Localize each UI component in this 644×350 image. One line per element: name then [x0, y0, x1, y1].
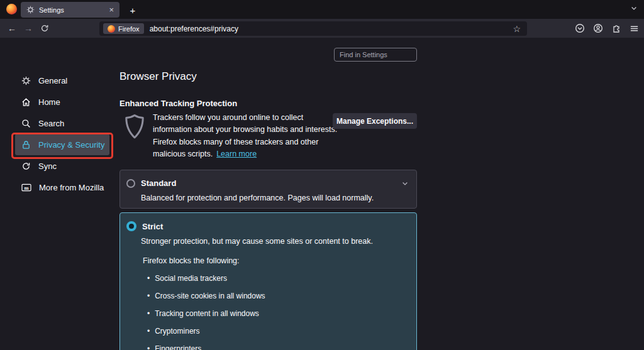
sidebar-item-privacy-security[interactable]: Privacy & Security: [15, 134, 109, 155]
blocked-items-list: Social media trackers Cross-site cookies…: [147, 274, 416, 350]
blocked-item: Cross-site cookies in all windows: [147, 292, 416, 300]
shield-icon: [125, 114, 145, 139]
sidebar-item-label: Home: [38, 97, 60, 107]
new-tab-button[interactable]: +: [125, 3, 140, 18]
standard-description: Balanced for protection and performance.…: [141, 194, 416, 202]
sync-icon: [21, 161, 31, 171]
lock-icon: [21, 140, 31, 150]
account-icon[interactable]: [593, 23, 603, 33]
firefox-window: { "window": { "tab_title": "Settings", "…: [0, 0, 644, 350]
page-title: Browser Privacy: [119, 70, 417, 83]
settings-sidebar: General Home Search Privacy & Security S…: [15, 70, 109, 198]
url-text[interactable]: about:preferences#privacy: [150, 25, 513, 33]
standard-radio-button[interactable]: [126, 179, 135, 188]
chevron-down-icon: [630, 4, 638, 12]
list-all-tabs-button[interactable]: [630, 4, 638, 12]
tab-strip: Settings × +: [0, 0, 644, 19]
back-button[interactable]: ←: [4, 21, 20, 36]
tab-title: Settings: [39, 6, 104, 14]
forward-button[interactable]: →: [20, 21, 36, 36]
sidebar-item-more-from-mozilla[interactable]: m More from Mozilla: [15, 177, 109, 198]
magnifier-icon: [21, 119, 31, 128]
firefox-logo-icon: [6, 4, 17, 14]
sidebar-item-label: Search: [38, 119, 64, 128]
sidebar-item-sync[interactable]: Sync: [15, 155, 109, 177]
find-in-settings-input[interactable]: [334, 48, 417, 62]
mozilla-m-icon: m: [21, 183, 31, 192]
blocked-item: Fingerprinters: [147, 344, 416, 350]
blocked-item: Cryptominers: [147, 327, 416, 336]
etp-description: Trackers follow you around online to col…: [153, 112, 338, 160]
home-icon: [21, 97, 31, 107]
site-identity-chip[interactable]: Firefox: [103, 23, 144, 34]
blocked-item: Tracking content in all windows: [147, 309, 416, 318]
sidebar-item-general[interactable]: General: [15, 70, 109, 91]
option-card-standard[interactable]: Standard Balanced for protection and per…: [119, 170, 417, 209]
extensions-puzzle-icon[interactable]: [611, 23, 621, 33]
option-card-strict[interactable]: Strict Stronger protection, but may caus…: [119, 212, 417, 350]
section-title: Enhanced Tracking Protection: [119, 99, 417, 108]
sidebar-item-label: More from Mozilla: [39, 183, 104, 192]
reload-button[interactable]: [36, 21, 53, 36]
tab-settings[interactable]: Settings ×: [21, 2, 119, 18]
strict-label: Strict: [142, 222, 163, 231]
sidebar-item-label: Privacy & Security: [38, 140, 104, 150]
sidebar-item-search[interactable]: Search: [15, 112, 109, 134]
bookmark-star-icon[interactable]: ☆: [513, 24, 521, 34]
gear-icon: [26, 6, 35, 14]
strict-description: Stronger protection, but may cause some …: [141, 237, 416, 246]
site-identity-label: Firefox: [118, 25, 140, 33]
url-bar[interactable]: Firefox about:preferences#privacy ☆: [99, 21, 527, 36]
standard-label: Standard: [141, 178, 176, 188]
reload-icon: [40, 24, 49, 33]
privacy-settings-pane: Browser Privacy Enhanced Tracking Protec…: [119, 70, 417, 108]
sidebar-item-label: General: [38, 76, 67, 85]
learn-more-link[interactable]: Learn more: [216, 150, 257, 158]
strict-radio-row: Strict: [120, 213, 416, 231]
gear-icon: [21, 76, 31, 85]
sidebar-item-home[interactable]: Home: [15, 91, 109, 112]
firefox-badge-icon: [108, 25, 115, 33]
blocked-item: Social media trackers: [147, 274, 416, 283]
expand-chevron-icon[interactable]: [401, 180, 409, 187]
manage-exceptions-button[interactable]: Manage Exceptions...: [333, 113, 417, 129]
sidebar-item-label: Sync: [38, 161, 57, 171]
strict-radio-button[interactable]: [126, 221, 136, 231]
menu-hamburger-icon[interactable]: [630, 24, 639, 33]
svg-text:m: m: [24, 184, 28, 190]
standard-radio-row: Standard: [120, 170, 416, 188]
toolbar-right-icons: [575, 19, 639, 38]
pocket-icon[interactable]: [575, 23, 585, 33]
blocks-heading: Firefox blocks the following:: [143, 256, 416, 265]
tab-close-icon[interactable]: ×: [109, 6, 114, 14]
